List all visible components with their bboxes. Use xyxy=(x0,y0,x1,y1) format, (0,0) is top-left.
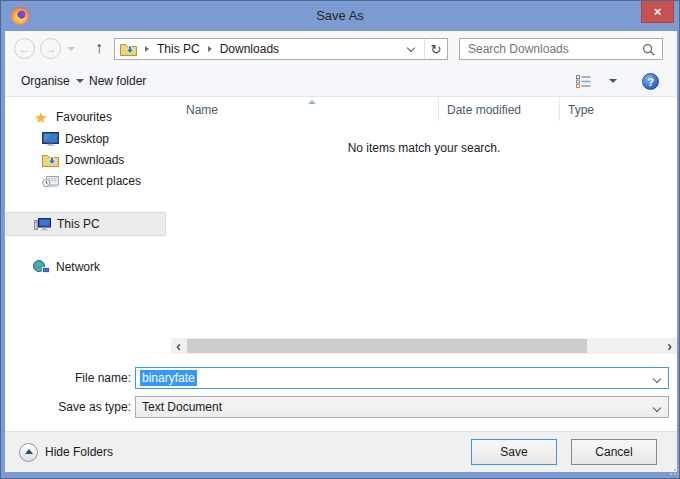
window-title: Save As xyxy=(1,1,679,31)
search-input[interactable] xyxy=(460,39,662,59)
sidebar-item-label: Desktop xyxy=(65,132,109,146)
network-icon xyxy=(32,260,50,274)
new-folder-label: New folder xyxy=(89,74,146,88)
forward-icon: → xyxy=(45,42,57,56)
details-view-icon xyxy=(576,75,592,91)
save-button-label: Save xyxy=(500,445,527,459)
refresh-button[interactable]: ↻ xyxy=(425,42,447,57)
hide-folders-button[interactable]: Hide Folders xyxy=(19,432,113,472)
new-folder-button[interactable]: New folder xyxy=(89,66,146,96)
search-icon[interactable] xyxy=(642,43,656,61)
chevron-up-icon xyxy=(25,449,33,454)
save-as-type-select[interactable]: Text Document xyxy=(135,396,669,418)
desktop-icon xyxy=(41,132,59,146)
collapse-circle xyxy=(19,443,38,462)
column-header-name[interactable]: Name xyxy=(171,99,438,121)
chevron-down-icon xyxy=(76,79,84,83)
file-name-selected-text: binaryfate xyxy=(140,370,197,386)
cancel-button[interactable]: Cancel xyxy=(571,439,657,465)
column-label: Type xyxy=(568,103,594,117)
organise-label: Organise xyxy=(21,74,70,88)
scrollbar-thumb[interactable] xyxy=(187,339,587,353)
history-dropdown-icon[interactable] xyxy=(67,47,75,51)
up-arrow-icon: ↑ xyxy=(95,39,103,57)
sidebar-item-label: This PC xyxy=(57,217,100,231)
breadcrumb-chevron-icon[interactable] xyxy=(145,46,149,52)
sort-ascending-icon xyxy=(308,100,316,104)
dialog-footer: Hide Folders Save Cancel xyxy=(5,431,677,472)
help-button[interactable]: ? xyxy=(642,73,659,90)
close-button[interactable]: × xyxy=(641,1,674,23)
sidebar-item-downloads[interactable]: Downloads xyxy=(41,150,124,170)
column-header-type[interactable]: Type xyxy=(560,99,677,121)
computer-icon xyxy=(33,217,51,231)
address-dropdown-icon[interactable] xyxy=(407,43,415,51)
view-options-button[interactable] xyxy=(576,75,592,91)
empty-list-message: No items match your search. xyxy=(171,141,677,155)
scroll-left-button[interactable]: ‹ xyxy=(171,338,186,354)
recent-places-icon xyxy=(41,175,59,188)
breadcrumb-item-this-pc[interactable]: This PC xyxy=(157,42,200,56)
horizontal-scrollbar[interactable]: ‹ › xyxy=(171,338,677,354)
up-button[interactable]: ↑ xyxy=(89,37,109,59)
save-as-type-value: Text Document xyxy=(142,400,222,414)
navigation-bar: ← → ↑ This PC Downloads xyxy=(5,31,677,66)
breadcrumb-item-downloads[interactable]: Downloads xyxy=(220,42,279,56)
refresh-icon: ↻ xyxy=(431,42,442,57)
organise-button[interactable]: Organise xyxy=(21,66,84,96)
command-toolbar: Organise New folder xyxy=(5,66,677,97)
file-name-dropdown-icon[interactable] xyxy=(653,375,661,383)
file-name-input[interactable]: binaryfate xyxy=(135,367,669,389)
file-fields-panel: File name: binaryfate Save as type: Text… xyxy=(5,359,677,431)
sidebar-item-this-pc[interactable]: This PC xyxy=(6,212,166,236)
forward-button[interactable]: → xyxy=(40,38,61,59)
hide-folders-label: Hide Folders xyxy=(45,445,113,459)
back-icon: ← xyxy=(19,42,31,56)
sidebar-item-label: Network xyxy=(56,260,100,274)
sidebar-item-recent-places[interactable]: Recent places xyxy=(41,171,141,191)
star-icon: ★ xyxy=(32,110,50,125)
save-as-type-label: Save as type: xyxy=(5,400,131,414)
column-label: Name xyxy=(186,103,218,117)
help-icon: ? xyxy=(647,76,654,88)
dialog-client-area: ← → ↑ This PC Downloads xyxy=(5,31,677,472)
sidebar-item-label: Downloads xyxy=(65,153,124,167)
scroll-right-button[interactable]: › xyxy=(662,338,677,354)
save-as-dialog: Save As × ← → ↑ xyxy=(0,0,680,479)
view-options-dropdown-icon[interactable] xyxy=(609,79,617,83)
sidebar-item-desktop[interactable]: Desktop xyxy=(41,129,109,149)
breadcrumb-chevron-icon[interactable] xyxy=(208,46,212,52)
sidebar-item-network[interactable]: Network xyxy=(32,257,100,277)
main-pane: ★ Favourites Desktop xyxy=(5,97,677,359)
resize-grip-icon[interactable] xyxy=(670,465,672,467)
save-as-type-dropdown-icon[interactable] xyxy=(653,404,661,412)
cancel-button-label: Cancel xyxy=(595,445,632,459)
column-label: Date modified xyxy=(447,103,521,117)
column-header-date-modified[interactable]: Date modified xyxy=(439,99,559,121)
scroll-right-icon: › xyxy=(667,338,672,354)
downloads-folder-icon xyxy=(120,43,137,56)
download-folder-icon xyxy=(41,154,59,167)
back-button[interactable]: ← xyxy=(14,38,35,59)
breadcrumb[interactable]: This PC Downloads ↻ xyxy=(114,38,448,60)
save-button[interactable]: Save xyxy=(471,439,557,465)
scroll-left-icon: ‹ xyxy=(176,338,181,354)
search-box xyxy=(459,38,663,60)
close-icon: × xyxy=(654,4,662,19)
file-name-label: File name: xyxy=(5,371,131,385)
sidebar-item-label: Recent places xyxy=(65,174,141,188)
titlebar[interactable]: Save As × xyxy=(1,1,679,31)
sidebar-item-favourites[interactable]: ★ Favourites xyxy=(32,107,112,127)
sidebar-item-label: Favourites xyxy=(56,110,112,124)
